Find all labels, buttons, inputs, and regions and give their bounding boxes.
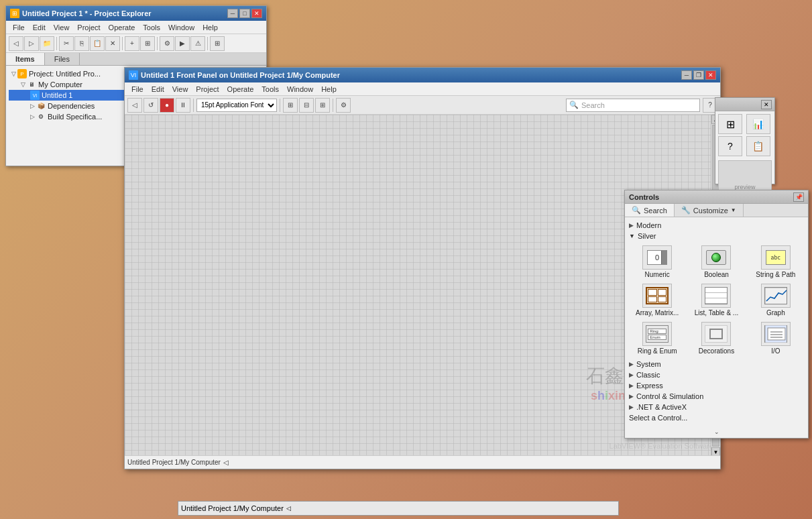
ctrl-item-graph[interactable]: Graph (748, 282, 804, 318)
section-select-control[interactable]: Select a Control... (625, 412, 808, 423)
tb-folder-btn[interactable]: 📁 (40, 36, 54, 51)
tab-items[interactable]: Items (6, 53, 45, 65)
ctrl-item-string[interactable]: abc String & Path (748, 244, 804, 280)
ctrl-item-boolean[interactable]: Boolean (688, 244, 744, 280)
menu-tools[interactable]: Tools (139, 23, 164, 32)
tree-build-arrow: ▷ (30, 113, 35, 120)
menu-view[interactable]: View (50, 23, 74, 32)
tb-run-btn[interactable]: ▶ (175, 36, 190, 51)
mini-tb-item3[interactable]: ? (718, 136, 742, 156)
tb-new2-btn[interactable]: ⊞ (140, 36, 155, 51)
system-arrow: ▶ (629, 361, 634, 367)
fp-search-box[interactable]: 🔍 Search (566, 99, 700, 112)
fp-font-select[interactable]: 15pt Application Font (196, 99, 277, 112)
tb-forward-btn[interactable]: ▷ (24, 36, 39, 51)
mini-toolbar-grid: ⊞ 📊 ? 📋 (715, 111, 774, 159)
menu-edit[interactable]: Edit (29, 23, 50, 32)
fp-stop-btn[interactable]: ● (160, 98, 174, 113)
section-express[interactable]: ▶ Express (625, 380, 808, 391)
section-classic[interactable]: ▶ Classic (625, 369, 808, 380)
ctrl-item-io[interactable]: I/O (748, 321, 804, 356)
front-panel-titlebar: VI Untitled 1 Front Panel on Untitled Pr… (125, 68, 720, 82)
project-explorer-close-button[interactable]: ✕ (251, 9, 262, 18)
deco-icon (705, 325, 728, 343)
project-explorer-title: Untitled Project 1 * - Project Explorer (22, 9, 227, 17)
fp-pause-btn[interactable]: ⏸ (176, 98, 190, 113)
controls-pin-button[interactable]: 📌 (793, 192, 804, 202)
fp-run-loop-btn[interactable]: ↺ (143, 98, 158, 113)
express-arrow: ▶ (629, 382, 634, 389)
ctrl-tab-customize[interactable]: 🔧 Customize ▼ (675, 204, 744, 217)
fp-menu-operate[interactable]: Operate (223, 84, 258, 94)
tb-warn-btn[interactable]: ⚠ (190, 36, 205, 51)
fp-menu-view[interactable]: View (168, 84, 192, 94)
fp-restore-button[interactable]: ❐ (693, 70, 704, 80)
mini-tb-item4[interactable]: 📋 (746, 136, 770, 156)
tb-cut-btn[interactable]: ✂ (59, 36, 74, 51)
fp-sep3 (333, 99, 333, 112)
boolean-icon (706, 250, 726, 265)
menu-operate[interactable]: Operate (105, 23, 139, 32)
tb-paste-btn[interactable]: 📋 (90, 36, 105, 51)
menu-help[interactable]: Help (198, 23, 222, 32)
fp-dist-btn[interactable]: ⊟ (299, 98, 314, 113)
section-silver[interactable]: ▼ Silver (625, 231, 808, 241)
tree-project-label: Project: Untitled Pro... (29, 70, 101, 78)
fp-align-btn[interactable]: ⊞ (283, 98, 298, 113)
deco-label: Decorations (699, 347, 734, 355)
fp-bottom-bar: Untitled Project 1/My Computer ◁ (178, 501, 619, 516)
tb-sep2 (122, 37, 123, 50)
tb-delete-btn[interactable]: ✕ (105, 36, 120, 51)
tb-new-vi-btn[interactable]: + (125, 36, 139, 51)
ring-row2: Enum (648, 335, 666, 340)
controls-panel: Controls 📌 🔍 Search 🔧 Customize ▼ ▶ Mode… (624, 190, 809, 439)
menu-file[interactable]: File (9, 23, 29, 32)
fp-menu-edit[interactable]: Edit (148, 84, 168, 94)
ctrl-tab-search[interactable]: 🔍 Search (625, 204, 675, 217)
project-explorer-maximize-button[interactable]: □ (239, 9, 250, 18)
section-modern-label: Modern (636, 221, 661, 229)
section-net-activex[interactable]: ▶ .NET & ActiveX (625, 402, 808, 412)
fp-ctrl-btn[interactable]: ⚙ (336, 98, 351, 113)
fp-menu-file[interactable]: File (127, 84, 148, 94)
tb-grid-btn[interactable]: ⊞ (210, 36, 225, 51)
list-label: List, Table & ... (695, 309, 738, 316)
ctrl-item-numeric[interactable]: 0 Numeric (629, 244, 685, 280)
fp-bottom-path: Untitled Project 1/My Computer (181, 504, 284, 512)
menu-project[interactable]: Project (73, 23, 104, 32)
section-net-label: .NET & ActiveX (636, 403, 687, 411)
section-system[interactable]: ▶ System (625, 359, 808, 369)
fp-close-button[interactable]: ✕ (705, 70, 716, 80)
controls-expand-btn[interactable]: ⌄ (625, 426, 808, 438)
mini-toolbar-close[interactable]: ✕ (761, 100, 772, 109)
fp-menu-help[interactable]: Help (317, 84, 341, 94)
array-label: Array, Matrix... (636, 309, 679, 316)
fp-menu-project[interactable]: Project (192, 84, 223, 94)
status-path: Untitled Project 1/My Computer (127, 459, 221, 466)
ring-row1: Ring: (648, 329, 666, 334)
io-icon (764, 325, 787, 343)
list-icon-box (701, 284, 731, 308)
tb-prop-btn[interactable]: ⚙ (160, 36, 174, 51)
tree-build-label: Build Specifica... (48, 113, 102, 121)
silver-arrow: ▼ (629, 233, 635, 239)
section-control-simulation[interactable]: ▶ Control & Simulation (625, 391, 808, 402)
mini-tb-item2[interactable]: 📊 (746, 114, 770, 134)
fp-menu-window[interactable]: Window (283, 84, 317, 94)
tab-files[interactable]: Files (45, 53, 80, 65)
tb-copy-btn[interactable]: ⎘ (74, 36, 89, 51)
section-modern[interactable]: ▶ Modern (625, 220, 808, 231)
ctrl-item-deco[interactable]: Decorations (688, 321, 744, 356)
tb-back-btn[interactable]: ◁ (9, 36, 23, 51)
fp-run-arrow-btn[interactable]: ◁ (127, 98, 142, 113)
fp-minimize-button[interactable]: ─ (681, 70, 692, 80)
menu-window[interactable]: Window (164, 23, 198, 32)
project-explorer-minimize-button[interactable]: ─ (227, 9, 238, 18)
ctrl-item-array[interactable]: Array, Matrix... (629, 282, 685, 318)
mini-tb-item1[interactable]: ⊞ (718, 114, 742, 134)
ctrl-item-ring[interactable]: Ring: Enum Ring & Enum (629, 321, 685, 356)
ctrl-item-list[interactable]: List, Table & ... (688, 282, 744, 318)
fp-menu-tools[interactable]: Tools (257, 84, 283, 94)
tb-sep3 (157, 37, 158, 50)
fp-resize-btn[interactable]: ⊞ (315, 98, 330, 113)
